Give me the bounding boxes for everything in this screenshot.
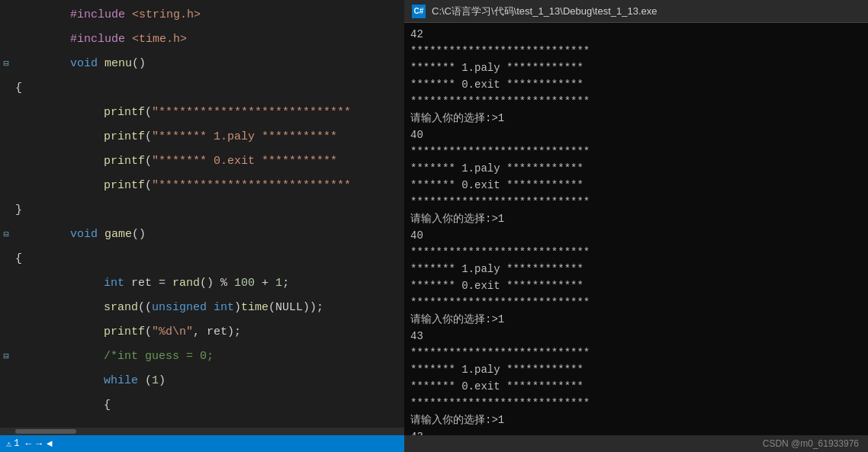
editor-pane: #include <string.h> #include <time.h> ⊟ … (0, 0, 404, 452)
warning-count: 1 (14, 438, 19, 449)
terminal-line: 请输入你的选择:>1 (410, 110, 862, 127)
terminal-line: 43 (410, 428, 862, 435)
terminal-line: 42 (410, 26, 862, 43)
terminal-titlebar: C# C:\C语言学习\代码\test_1_13\Debug\test_1_13… (404, 0, 868, 23)
fold-btn-3[interactable]: ⊟ (0, 52, 12, 76)
code-token: void (70, 57, 104, 70)
nav-scroll-btn[interactable]: ◄ (47, 438, 53, 450)
scrollbar-thumb[interactable] (15, 429, 76, 434)
terminal-line: ******* 0.exit ************ (410, 76, 862, 93)
code-token: "**************************** (152, 179, 351, 192)
terminal-pane: C# C:\C语言学习\代码\test_1_13\Debug\test_1_13… (404, 0, 868, 452)
terminal-line: ******* 1.paly ************ (410, 361, 862, 378)
terminal-app-icon: C# (412, 5, 426, 18)
code-token: time (241, 301, 268, 314)
code-token: menu (104, 57, 132, 70)
code-line-3: ⊟ void menu() (0, 52, 404, 76)
terminal-line: **************************** (410, 395, 862, 412)
code-token: game (104, 228, 132, 241)
code-token: () (132, 228, 146, 241)
terminal-line: ******* 1.paly ************ (410, 160, 862, 177)
code-token: (NULL)); (268, 301, 323, 314)
terminal-line: ******* 1.paly ************ (410, 261, 862, 277)
code-token: printf (104, 179, 145, 192)
nav-right-btn[interactable]: → (36, 438, 42, 450)
terminal-line: **************************** (410, 244, 862, 261)
terminal-line: 请输入你的选择:>1 (410, 210, 862, 227)
warning-indicator: ⚠ 1 (6, 438, 19, 450)
terminal-title: C:\C语言学习\代码\test_1_13\Debug\test_1_13.ex… (432, 5, 657, 18)
code-token: ( (145, 374, 152, 387)
terminal-line: **************************** (410, 43, 862, 59)
terminal-line: ******* 0.exit ************ (410, 378, 862, 395)
code-token: 1 (152, 374, 159, 387)
terminal-line: 请输入你的选择:>1 (410, 311, 862, 328)
terminal-line: ******* 1.paly ************ (410, 59, 862, 76)
nav-left-btn[interactable]: ← (25, 438, 31, 450)
terminal-line: 40 (410, 127, 862, 143)
code-line-10: ⊟ void game() (0, 223, 404, 247)
terminal-line: 43 (410, 328, 862, 345)
nav-controls[interactable]: ← → ◄ (25, 438, 52, 450)
terminal-bottom-bar: CSDN @m0_61933976 (404, 435, 868, 452)
terminal-output[interactable]: 42*********************************** 1.… (404, 23, 868, 435)
terminal-line: **************************** (410, 93, 862, 110)
code-line-17: { (0, 393, 404, 418)
code-token: { (104, 399, 111, 412)
code-token: ) (159, 374, 166, 387)
terminal-line: **************************** (410, 294, 862, 311)
code-token: () (132, 57, 146, 70)
terminal-line: 请输入你的选择:>1 (410, 412, 862, 428)
terminal-line: ******* 0.exit ************ (410, 277, 862, 294)
code-area: #include <string.h> #include <time.h> ⊟ … (0, 0, 404, 421)
terminal-line: ******* 0.exit ************ (410, 177, 862, 194)
horizontal-scrollbar[interactable] (0, 428, 404, 435)
terminal-line: **************************** (410, 345, 862, 361)
fold-btn-15[interactable]: ⊟ (0, 345, 12, 369)
code-token: ( (145, 179, 152, 192)
code-line-8: printf("**************************** (0, 174, 404, 198)
editor-status-bar: ⚠ 1 ← → ◄ (0, 435, 404, 452)
terminal-line: **************************** (410, 143, 862, 160)
terminal-line: **************************** (410, 194, 862, 210)
terminal-line: 40 (410, 227, 862, 244)
fold-btn-10[interactable]: ⊟ (0, 223, 12, 247)
warning-icon: ⚠ (6, 438, 11, 450)
code-token: void (70, 228, 104, 241)
csdn-watermark: CSDN @m0_61933976 (763, 438, 859, 449)
